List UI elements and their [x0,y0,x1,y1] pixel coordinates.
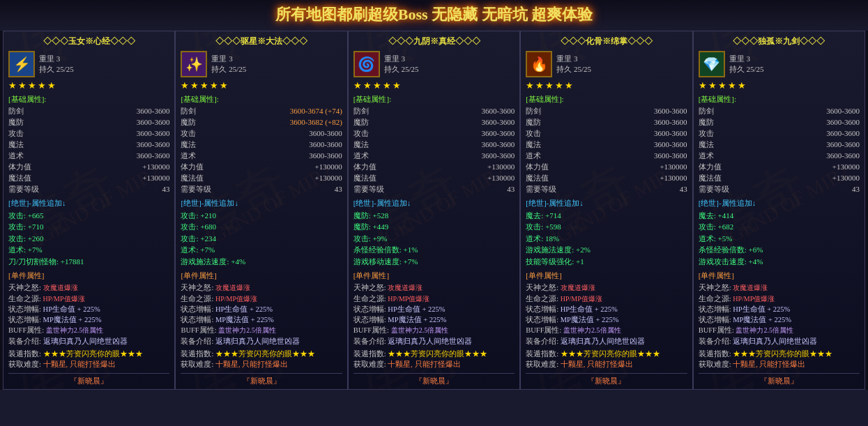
attr-label: 攻击 [8,128,24,139]
star-1: ★ [181,80,189,91]
single-attr-row-2: 生命之源: HP/MP值爆涨 [8,294,169,305]
equip-guide-row-1: 装遁指数: ★★★芳资闪亮你的眼★★★ [8,349,169,359]
single-attr-label: 生命之源: [8,295,43,303]
star-3: ★ [718,80,726,91]
single-attr-value: MP魔法值 + 225% [388,316,446,324]
single-attr-value: 返璃归真乃人间绝世凶器 [43,337,128,345]
weight-label: 重里 3 [729,54,764,64]
base-attr-row-5: 道术3600-3600 [353,151,515,162]
base-attr-row-4: 魔法3600-3600 [526,139,687,151]
single-attr-row-2: 生命之源: HP/MP值爆涨 [353,294,515,305]
base-attr-row-1: 防剑3600-3600 [8,106,169,117]
single-attr-row-4: 状态增幅: MP魔法值 + 225% [699,314,860,325]
equip-guide: 装遁指数: ★★★芳资闪亮你的眼★★★获取难度: 十颗星, 只能打怪爆出 [181,349,342,370]
attr-label: 防剑 [8,106,24,117]
single-attr-value: HP生命值 + 225% [388,305,445,313]
item-icon-glyph: 🌀 [355,52,379,76]
single-attr-label: 天神之怒: [699,284,733,291]
equip-guide-label: 获取难度: [526,360,561,368]
peerless-attr-1: 魔去: +414 [699,210,860,222]
base-attrs-label: [基础属性]: [699,94,860,105]
attr-label: 防剑 [353,106,369,117]
single-attr-label: BUFF属性: [8,326,46,334]
attr-value: +130000 [832,173,860,184]
single-attr-row-3: 状态增幅: HP生命值 + 225% [181,304,342,314]
weight-label: 重里 3 [556,54,591,64]
single-attr-row-5: BUFF属性: 盖世神力2.5倍属性 [8,325,169,336]
base-attr-row-5: 道术3600-3600 [526,151,687,162]
peerless-attr-5: 刀/刀切割怪物: +17881 [8,256,169,268]
attr-value: 3600-3600 [654,117,687,128]
attr-label: 魔防 [353,117,369,128]
attr-value: 3600-3674 (+74) [290,106,342,117]
attr-label: 需要等级 [526,184,556,195]
star-5: ★ [47,80,56,91]
attr-value: 43 [852,184,860,195]
single-attr-label: 状态增幅: [181,305,215,313]
base-attr-row-1: 防剑3600-3674 (+74) [181,106,342,117]
single-attr-label: 天神之怒: [8,284,43,291]
peerless-attr-3: 攻击: +260 [8,233,169,245]
attr-value: 3600-3600 [482,128,515,139]
attr-label: 攻击 [526,128,541,139]
base-attr-row-1: 防剑3600-3600 [526,106,687,117]
base-attr-row-8: 需要等级43 [353,184,515,195]
base-attr-row-7: 魔法值+130000 [181,173,342,184]
star-2: ★ [535,80,544,91]
attr-label: 需要等级 [699,184,729,195]
base-attr-row-5: 道术3600-3600 [8,151,169,162]
star-2: ★ [190,80,199,91]
footer-label: 『新晓晨』 [353,373,515,386]
peerless-attr-1: 魔去: +714 [526,210,687,222]
single-attr-label: 状态增幅: [181,316,215,324]
star-5: ★ [565,80,573,91]
star-1: ★ [353,80,362,91]
peerless-label: [绝世]-属性追加↓ [353,198,515,208]
single-attr-row-3: 状态增幅: HP生命值 + 225% [526,304,687,314]
equip-guide-stars: ★★★芳资闪亮你的眼★★★ [43,350,143,358]
item-icon-glyph: ⚡ [10,52,33,76]
peerless-attr-5: 技能等级强化: +1 [526,256,687,268]
attr-label: 魔法 [8,139,24,151]
item-card-4: LEGEND OF MIR2◇◇◇化骨※绵掌◇◇◇🔥重里 3持久 25/25★★… [520,31,692,390]
single-attr-label: 装备介绍: [699,337,733,345]
attr-label: 道术 [181,151,196,162]
peerless-attr-5: 游戏攻击速度: +4% [699,256,860,268]
star-3: ★ [373,80,381,91]
single-attr-row-5: BUFF属性: 盖世神力2.5倍属性 [181,325,342,336]
attr-label: 道术 [526,151,541,162]
attr-value: 3600-3600 [654,139,687,151]
attr-label: 魔法 [353,139,369,151]
single-attr-label: BUFF属性: [526,326,563,334]
star-5: ★ [393,80,401,91]
base-attrs-label: [基础属性]: [353,94,515,105]
single-attr-value: MP魔法值 + 225% [215,316,274,324]
attr-value: 43 [680,184,687,195]
equip-guide-value: 十颗星, 只能打怪爆出 [43,360,116,368]
attr-value: 43 [507,184,515,195]
equip-guide-row-2: 获取难度: 十颗星, 只能打怪爆出 [353,359,515,370]
item-icon: 🌀 [353,51,380,77]
single-label: [单件属性] [699,271,860,281]
attr-value: 3600-3600 [137,128,170,139]
attr-value: 3600-3600 [309,151,342,162]
peerless-attr-2: 攻击: +680 [181,221,342,233]
single-attr-row-2: 生命之源: HP/MP值爆涨 [526,294,687,305]
single-attr-label: 状态增幅: [8,316,43,324]
single-label: [单件属性] [8,271,169,281]
equip-guide-stars: ★★★芳资闪亮你的眼★★★ [561,350,660,358]
peerless-attr-3: 道术: +5% [699,233,860,245]
equip-guide-value: 十颗星, 只能打怪爆出 [215,360,288,368]
single-attr-row-2: 生命之源: HP/MP值爆涨 [181,294,342,305]
item-icon: ✨ [181,51,207,77]
single-attr-row-4: 状态增幅: MP魔法值 + 225% [353,314,515,325]
item-icon-glyph: 🔥 [527,52,551,76]
star-4: ★ [383,80,391,91]
equip-guide-row-2: 获取难度: 十颗星, 只能打怪爆出 [699,359,860,370]
single-label: [单件属性] [181,271,342,281]
star-5: ★ [738,80,746,91]
base-attr-row-5: 道术3600-3600 [699,151,860,162]
star-4: ★ [38,80,46,91]
single-attr-label: 状态增幅: [526,316,561,324]
base-attrs-label: [基础属性]: [181,94,342,105]
